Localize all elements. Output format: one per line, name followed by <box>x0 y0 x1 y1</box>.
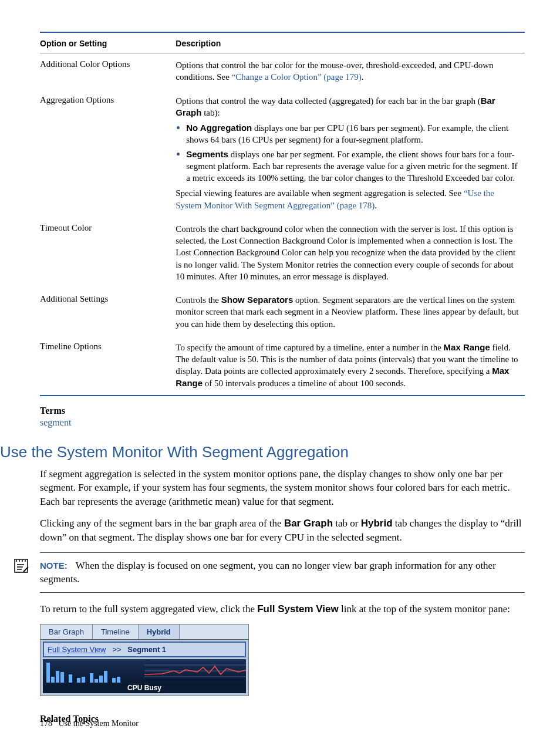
body-paragraph: To return to the full system aggregated … <box>40 602 525 616</box>
tab-spacer <box>180 625 248 639</box>
option-name: Aggregation Options <box>40 89 176 217</box>
screenshot-system-monitor: Bar Graph Timeline Hybrid Full System Vi… <box>40 624 249 696</box>
page-footer: 178 Use the System Monitor <box>40 719 139 728</box>
list-item: Segments displays one bar per segment. F… <box>176 148 521 184</box>
note-icon <box>13 558 29 576</box>
option-description: Controls the chart background color when… <box>176 223 521 282</box>
svg-rect-2 <box>51 677 55 683</box>
list-item: No Aggregation displays one bar per CPU … <box>176 122 521 146</box>
svg-rect-7 <box>82 677 85 683</box>
table-row: Timeline Options To specify the amount o… <box>40 336 525 396</box>
option-description: Controls the Show Separators option. Seg… <box>176 294 521 330</box>
option-name: Additional Color Options <box>40 53 176 89</box>
svg-rect-9 <box>95 679 98 683</box>
options-table: Option or Setting Description Additional… <box>40 32 525 396</box>
chart-bars-left <box>43 659 144 683</box>
svg-rect-3 <box>56 671 59 683</box>
screenshot-caption: CPU Busy <box>43 683 246 693</box>
svg-rect-12 <box>112 678 116 683</box>
section-heading: Use the System Monitor With Segment Aggr… <box>0 443 525 461</box>
table-row: Additional Settings Controls the Show Se… <box>40 288 525 336</box>
tab-bar-graph[interactable]: Bar Graph <box>41 625 93 639</box>
svg-rect-11 <box>104 671 107 683</box>
svg-rect-6 <box>77 678 80 683</box>
chart-timeline-right <box>144 659 246 683</box>
table-row: Additional Color Options Options that co… <box>40 53 525 89</box>
option-name: Timeline Options <box>40 336 176 396</box>
col-header-description: Description <box>176 32 525 53</box>
breadcrumb-separator: >> <box>112 645 121 654</box>
footer-title: Use the System Monitor <box>59 719 139 728</box>
option-description: Options that control the bar color for t… <box>176 59 521 83</box>
table-row: Timeout Color Controls the chart backgro… <box>40 217 525 288</box>
svg-rect-13 <box>117 677 120 683</box>
option-description: Options that control the way data collec… <box>176 95 521 211</box>
note-text: When the display is focused on one segme… <box>40 560 496 585</box>
terms-heading: Terms <box>40 406 525 416</box>
note-label: NOTE: <box>40 561 68 571</box>
option-name: Timeout Color <box>40 217 176 288</box>
svg-rect-10 <box>99 676 103 683</box>
breadcrumb-current: Segment 1 <box>127 645 166 654</box>
col-header-option: Option or Setting <box>40 32 176 53</box>
screenshot-chart <box>43 659 246 683</box>
note-block: NOTE:When the display is focused on one … <box>40 552 525 593</box>
table-row: Aggregation Options Options that control… <box>40 89 525 217</box>
terms-link-segment[interactable]: segment <box>40 417 525 428</box>
svg-rect-5 <box>69 674 72 683</box>
page-number: 178 <box>40 719 52 728</box>
screenshot-tabs: Bar Graph Timeline Hybrid <box>41 625 248 640</box>
option-name: Additional Settings <box>40 288 176 336</box>
breadcrumb: Full System View >> Segment 1 <box>43 642 246 657</box>
link-change-color-option[interactable]: “Change a Color Option” (page 179) <box>232 72 362 82</box>
svg-rect-1 <box>46 663 50 683</box>
tab-hybrid[interactable]: Hybrid <box>139 625 180 639</box>
svg-rect-8 <box>90 673 93 683</box>
svg-rect-4 <box>60 672 64 683</box>
option-description: To specify the amount of time captured b… <box>176 342 521 389</box>
tab-timeline[interactable]: Timeline <box>93 625 139 639</box>
page: Option or Setting Description Additional… <box>0 0 560 746</box>
link-full-system-view[interactable]: Full System View <box>48 645 106 654</box>
body-paragraph: If segment aggregation is selected in th… <box>40 467 525 508</box>
body-paragraph: Clicking any of the segment bars in the … <box>40 517 525 544</box>
